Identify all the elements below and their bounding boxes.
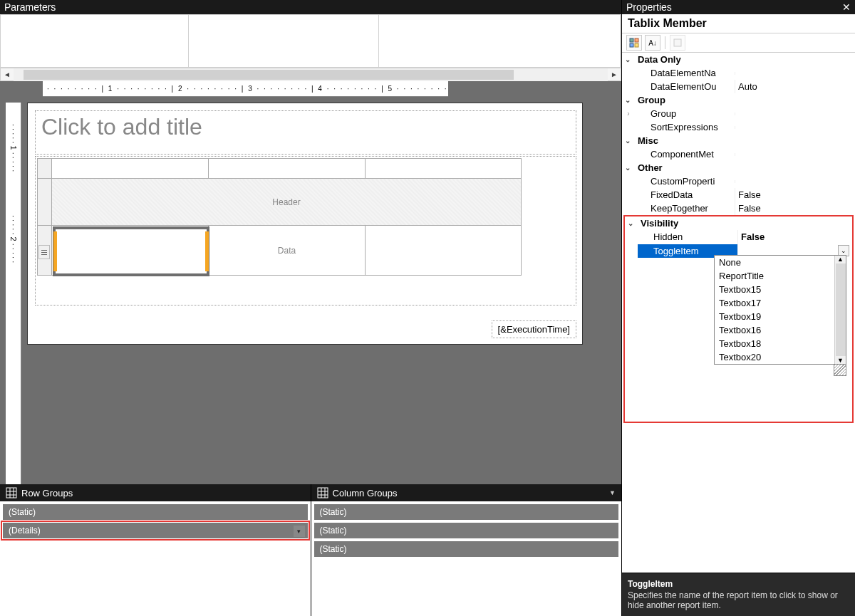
- property-category[interactable]: ⌄Misc: [622, 134, 855, 147]
- property-value[interactable]: [735, 126, 855, 129]
- grid-icon: [317, 487, 328, 498]
- property-row[interactable]: ComponentMet: [622, 147, 855, 161]
- chevron-right-icon[interactable]: ›: [622, 110, 635, 118]
- dropdown-option[interactable]: None: [715, 256, 846, 269]
- property-name: Group: [635, 107, 735, 120]
- col-header-2[interactable]: [209, 159, 366, 179]
- col-header-3[interactable]: [366, 159, 522, 179]
- properties-toolbar: A↓: [622, 33, 855, 53]
- column-group-item[interactable]: (Static): [314, 541, 619, 557]
- close-icon[interactable]: ✕: [842, 1, 851, 13]
- svg-rect-10: [630, 38, 633, 42]
- dropdown-option[interactable]: Textbox20: [715, 350, 846, 364]
- report-page[interactable]: Click to add title Header Data: [27, 103, 583, 345]
- dropdown-option[interactable]: ReportTitle: [715, 269, 846, 283]
- properties-object-name: Tablix Member: [622, 14, 855, 33]
- col-header-1[interactable]: [52, 159, 209, 179]
- dropdown-option[interactable]: Textbox16: [715, 323, 846, 337]
- chevron-down-icon[interactable]: ⌄: [625, 137, 635, 145]
- parameters-scrollbar[interactable]: ◄ ►: [1, 68, 621, 80]
- column-group-item[interactable]: (Static): [314, 504, 619, 520]
- categorized-icon[interactable]: [626, 35, 642, 51]
- column-groups-title: Column Groups: [333, 488, 398, 498]
- tablix-corner[interactable]: [38, 159, 52, 179]
- scroll-right-icon[interactable]: ►: [608, 68, 621, 81]
- property-value[interactable]: [735, 72, 855, 75]
- dropdown-option[interactable]: Textbox15: [715, 283, 846, 296]
- param-slot-2[interactable]: [189, 15, 379, 68]
- property-row[interactable]: KeepTogetherFalse: [622, 202, 855, 215]
- property-row[interactable]: ›Group: [622, 107, 855, 120]
- svg-rect-0: [6, 488, 16, 498]
- parameters-title: Parameters: [0, 0, 621, 14]
- property-value[interactable]: [735, 153, 855, 156]
- property-row[interactable]: DataElementOuAuto: [622, 80, 855, 93]
- alphabetical-icon[interactable]: A↓: [645, 35, 660, 51]
- toggleitem-dropdown[interactable]: NoneReportTitleTextbox15Textbox17Textbox…: [714, 255, 846, 365]
- grid-icon: [6, 487, 17, 498]
- resize-handle-icon[interactable]: [834, 365, 846, 376]
- param-slot-3[interactable]: [379, 15, 621, 68]
- property-row[interactable]: DataElementNa: [622, 66, 855, 80]
- dropdown-option[interactable]: Textbox19: [715, 310, 846, 323]
- property-description-name: ToggleItem: [628, 579, 849, 589]
- property-value[interactable]: False: [735, 202, 855, 215]
- svg-rect-13: [635, 43, 638, 47]
- dropdown-option[interactable]: Textbox17: [715, 296, 846, 310]
- chevron-down-icon[interactable]: [294, 526, 305, 537]
- svg-rect-12: [630, 43, 633, 47]
- param-slot-1[interactable]: [1, 15, 189, 68]
- report-body-region[interactable]: Header Data: [35, 156, 576, 306]
- property-category[interactable]: ⌄Other: [622, 161, 855, 174]
- properties-panel: Properties ✕ Tablix Member A↓ ⌄Data Only…: [621, 0, 855, 616]
- svg-rect-14: [674, 39, 681, 46]
- property-pages-icon[interactable]: [670, 35, 685, 51]
- tablix-header-row[interactable]: Header: [52, 179, 522, 226]
- chevron-down-icon[interactable]: ⌄: [625, 96, 635, 104]
- column-groups-menu-icon[interactable]: ▼: [609, 489, 616, 496]
- property-name: CustomProperti: [635, 174, 735, 188]
- title-text: Click to add title: [36, 111, 576, 143]
- property-name: DataElementOu: [635, 80, 735, 93]
- property-value[interactable]: Auto: [735, 80, 855, 93]
- parameters-body: ◄ ►: [0, 14, 621, 81]
- svg-rect-5: [318, 488, 328, 498]
- chevron-down-icon[interactable]: ⌄: [628, 219, 638, 227]
- property-name: DataElementNa: [635, 66, 735, 80]
- column-group-item[interactable]: (Static): [314, 523, 619, 538]
- selected-cell[interactable]: [53, 226, 209, 276]
- property-description-text: Specifies the name of the report item to…: [628, 590, 838, 610]
- row-handle-icon[interactable]: [38, 245, 50, 259]
- property-name: KeepTogether: [635, 202, 735, 215]
- chevron-down-icon[interactable]: ⌄: [625, 56, 635, 63]
- property-row[interactable]: FixedDataFalse: [622, 188, 855, 202]
- properties-grid[interactable]: ⌄Data OnlyDataElementNaDataElementOuAuto…: [622, 53, 855, 573]
- scroll-thumb[interactable]: [24, 70, 514, 80]
- row-group-item[interactable]: (Static): [3, 504, 308, 520]
- property-row[interactable]: HiddenFalse: [625, 230, 852, 244]
- property-value[interactable]: [735, 180, 855, 183]
- data-cell-2[interactable]: Data: [209, 226, 366, 276]
- row-group-item[interactable]: (Details): [3, 523, 308, 538]
- property-category[interactable]: ⌄Visibility: [625, 216, 852, 230]
- property-value[interactable]: False: [735, 188, 855, 202]
- ruler-horizontal: · · · · · · · · | 1 · · · · · · · · | 2 …: [43, 81, 448, 97]
- property-row[interactable]: CustomProperti: [622, 174, 855, 188]
- property-category[interactable]: ⌄Group: [622, 93, 855, 107]
- property-description: ToggleItem Specifies the name of the rep…: [622, 573, 855, 616]
- chevron-down-icon[interactable]: ⌄: [625, 164, 635, 172]
- dropdown-option[interactable]: Textbox18: [715, 337, 846, 350]
- property-row[interactable]: SortExpressions: [622, 120, 855, 134]
- dropdown-scrollbar[interactable]: ▲▼: [834, 256, 846, 364]
- property-value[interactable]: [735, 113, 855, 115]
- properties-title: Properties: [626, 1, 672, 13]
- data-cell-3[interactable]: [366, 226, 522, 276]
- property-name: SortExpressions: [635, 120, 735, 134]
- design-surface[interactable]: · · · · · · · · | 1 · · · · · · · · | 2 …: [0, 81, 621, 484]
- report-title-placeholder[interactable]: Click to add title: [35, 110, 576, 155]
- scroll-left-icon[interactable]: ◄: [1, 68, 14, 81]
- property-value[interactable]: False: [737, 230, 852, 244]
- execution-time-placeholder[interactable]: [&ExecutionTime]: [492, 320, 576, 338]
- row-groups-panel: Row Groups (Static)(Details): [0, 484, 311, 616]
- property-category[interactable]: ⌄Data Only: [622, 53, 855, 66]
